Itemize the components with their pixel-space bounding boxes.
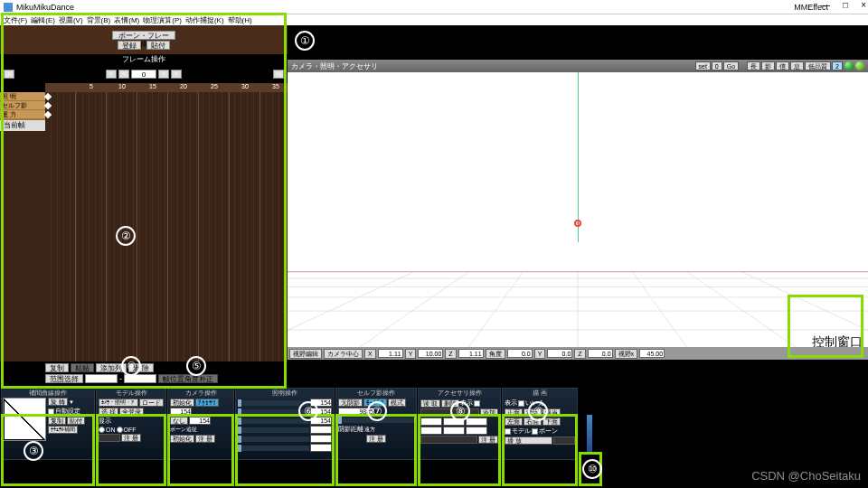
play-button[interactable]: 播 放 bbox=[505, 436, 552, 445]
model-select[interactable]: ｶﾒﾗ・照明・ｱｸｾｻﾘ bbox=[99, 399, 138, 407]
frame-input[interactable] bbox=[131, 70, 156, 79]
close-button[interactable]: × bbox=[861, 0, 866, 10]
range-button[interactable]: 范围选择 bbox=[45, 374, 83, 383]
select-button[interactable]: 选 择 bbox=[99, 408, 118, 416]
cam-init2-button[interactable]: 初始化 bbox=[170, 435, 194, 443]
maximize-button[interactable]: □ bbox=[843, 0, 848, 10]
off-radio[interactable] bbox=[117, 427, 123, 433]
camera-target-icon[interactable] bbox=[574, 220, 581, 227]
frame-next-button[interactable]: > bbox=[158, 70, 169, 79]
view-center-button[interactable]: 適当 bbox=[542, 408, 561, 417]
frame-last-button[interactable]: >| bbox=[273, 70, 284, 79]
shadow-dist-input[interactable] bbox=[338, 408, 374, 416]
viewport-3d[interactable]: 控制窗口 local bbox=[288, 72, 868, 347]
light-x-slider[interactable] bbox=[238, 427, 309, 433]
range-start-input[interactable] bbox=[85, 374, 118, 383]
minimize-button[interactable]: — bbox=[821, 0, 830, 10]
menu-view[interactable]: 視圖(V) bbox=[59, 15, 83, 25]
track-shadow[interactable]: セルフ影 bbox=[0, 101, 45, 110]
bone-paste-button[interactable]: 貼付 bbox=[146, 41, 170, 50]
cam-follow-button[interactable]: ｱｸｾｻﾘ bbox=[195, 399, 219, 407]
delete-button[interactable]: 删 除 bbox=[128, 363, 154, 372]
shadow-m1-button[interactable]: ﾓｰﾄﾞ1 bbox=[363, 399, 387, 407]
natural-button[interactable]: ﾅﾁｭﾗﾙ補間 bbox=[48, 426, 78, 434]
frame-prev-button[interactable]: < bbox=[118, 70, 129, 79]
menu-physics[interactable]: 物理演算(P) bbox=[143, 15, 182, 25]
view-right-button[interactable]: 右面 bbox=[524, 418, 542, 426]
focal-input[interactable] bbox=[639, 349, 665, 358]
load-button[interactable]: ロード bbox=[139, 399, 164, 407]
light-y-slider[interactable] bbox=[238, 436, 309, 442]
light-gizmo-icon[interactable] bbox=[844, 61, 854, 70]
hb3[interactable]: 信 bbox=[776, 61, 789, 70]
interp-copy-button[interactable]: 复制 bbox=[48, 417, 66, 425]
menu-mocap[interactable]: 动作捕捉(K) bbox=[185, 15, 224, 25]
view-top-button[interactable]: 下面 bbox=[542, 418, 561, 426]
cam-reg-button[interactable]: 注 册 bbox=[195, 435, 215, 443]
interp-paste-button[interactable]: 貼付 bbox=[67, 417, 85, 425]
light-b-slider[interactable] bbox=[238, 418, 309, 424]
on-radio[interactable] bbox=[99, 427, 105, 433]
quality-button[interactable]: 低品質 bbox=[805, 61, 831, 70]
view-mode-button[interactable]: 视野编辑 bbox=[289, 349, 322, 359]
cam-y-input[interactable] bbox=[418, 349, 443, 358]
track-gravity[interactable]: 重 力 bbox=[0, 110, 45, 119]
camera-center-button[interactable]: カメラ中心 bbox=[324, 349, 363, 359]
set-button[interactable]: set bbox=[695, 61, 711, 70]
paste-button[interactable]: 粘贴 bbox=[71, 363, 94, 372]
menu-file[interactable]: 文件(F) bbox=[4, 15, 27, 25]
model-input[interactable] bbox=[99, 434, 120, 442]
acc-load-button[interactable]: 读 取 bbox=[420, 399, 440, 408]
timeline-grid[interactable] bbox=[45, 92, 291, 361]
ang-z-input[interactable] bbox=[588, 349, 613, 358]
shadow-reg-button[interactable]: 注 册 bbox=[366, 435, 386, 443]
view-back-button[interactable]: 背面 bbox=[524, 408, 542, 417]
hb4[interactable]: 息 bbox=[790, 61, 804, 70]
ang-y-input[interactable] bbox=[547, 349, 572, 358]
light-g-slider[interactable] bbox=[238, 409, 309, 415]
menu-bg[interactable]: 背景(B) bbox=[87, 15, 111, 25]
hb2[interactable]: 影 bbox=[761, 61, 775, 70]
interp-select[interactable]: 旋 轉 bbox=[48, 398, 68, 406]
frame-first-button[interactable]: |< bbox=[4, 70, 14, 79]
keyframe-icon[interactable] bbox=[44, 111, 52, 118]
shrink-button[interactable]: 帧位置角度补正 bbox=[158, 374, 218, 383]
view-left-button[interactable]: 左面 bbox=[505, 418, 523, 426]
keyframe-icon[interactable] bbox=[44, 93, 52, 100]
shadow-m2-button[interactable]: 模式 bbox=[388, 399, 406, 407]
bone-register-button[interactable]: 登録 bbox=[118, 41, 141, 50]
allreg-button[interactable]: 全登录 bbox=[119, 408, 144, 416]
frame-prevkey-button[interactable]: < bbox=[106, 70, 117, 79]
range-end-input[interactable] bbox=[124, 374, 156, 383]
cam-init-button[interactable]: 初始化 bbox=[170, 399, 194, 407]
shadow-slider[interactable] bbox=[338, 418, 414, 423]
light-r-slider[interactable] bbox=[238, 400, 309, 406]
menu-help[interactable]: 帮助(H) bbox=[228, 15, 252, 25]
volume-slider[interactable] bbox=[587, 415, 592, 455]
view-front-button[interactable]: 正面 bbox=[505, 408, 523, 417]
ang-x-input[interactable] bbox=[507, 349, 533, 358]
insert-button[interactable]: 添加列 bbox=[96, 363, 127, 372]
shadow-off-button[interactable]: 无阴影 bbox=[338, 399, 363, 407]
cam-z-input[interactable] bbox=[458, 349, 484, 358]
go-button[interactable]: Go bbox=[723, 61, 739, 70]
light-z-slider[interactable] bbox=[238, 446, 309, 451]
quality-select[interactable]: 2 bbox=[832, 61, 843, 70]
acc-del-button[interactable]: 删除 bbox=[441, 399, 459, 408]
acc-select[interactable] bbox=[420, 408, 479, 417]
keyframe-icon[interactable] bbox=[44, 102, 52, 109]
menu-face[interactable]: 表情(M) bbox=[114, 15, 139, 25]
hb1[interactable]: 長 bbox=[747, 61, 760, 70]
model-reg-button[interactable]: 注 册 bbox=[121, 434, 141, 442]
acc-add-button[interactable]: 添加 bbox=[480, 408, 498, 417]
interp-curve[interactable] bbox=[3, 398, 46, 441]
copy-button[interactable]: 复制 bbox=[45, 363, 69, 372]
cam-v1[interactable] bbox=[170, 408, 192, 416]
cam-none-button[interactable]: なし bbox=[170, 417, 188, 425]
current-frame-button[interactable]: 当前帧 bbox=[0, 120, 45, 131]
auto-check[interactable] bbox=[48, 408, 54, 415]
acc-reg-button[interactable]: 注 册 bbox=[478, 436, 498, 444]
track-light[interactable]: 照 明 bbox=[0, 92, 45, 101]
cam-x-input[interactable] bbox=[378, 349, 403, 358]
light-gizmo2-icon[interactable] bbox=[855, 61, 864, 70]
